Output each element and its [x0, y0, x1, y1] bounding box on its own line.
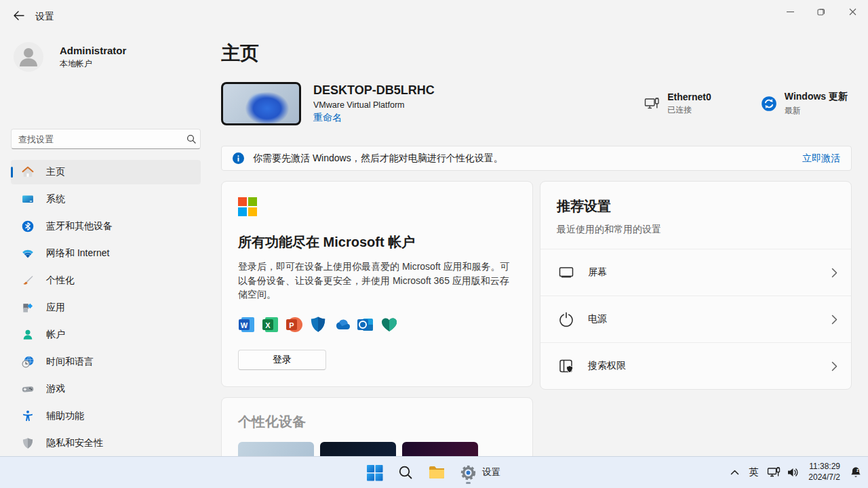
user-name: Administrator — [60, 45, 126, 56]
update-name: Windows 更新 — [785, 91, 848, 103]
page-title: 主页 — [221, 41, 852, 66]
device-thumbnail — [221, 82, 301, 125]
defender-icon — [309, 316, 327, 333]
ethernet-state: 已连接 — [667, 104, 711, 116]
sidebar-item-system[interactable]: 系统 — [11, 187, 201, 211]
taskbar-settings-button[interactable]: 设置 — [454, 459, 507, 486]
display-icon — [558, 264, 574, 281]
device-name: DESKTOP-DB5LRHC — [313, 83, 435, 98]
do-not-disturb-bell-icon: z — [849, 466, 863, 479]
sidebar-item-accounts[interactable]: 帐户 — [11, 323, 201, 347]
sidebar-item-label: 辅助功能 — [46, 410, 84, 422]
user-account-block[interactable]: Administrator 本地帐户 — [14, 42, 201, 72]
taskbar-settings-label: 设置 — [482, 466, 500, 479]
sidebar-item-label: 应用 — [46, 302, 65, 314]
banner-message: 你需要先激活 Windows，然后才能对电脑进行个性化设置。 — [253, 152, 503, 165]
device-wallpaper — [223, 84, 299, 123]
sidebar-item-bluetooth-devices[interactable]: 蓝牙和其他设备 — [11, 214, 201, 239]
sidebar: Administrator 本地帐户 主页 系统 蓝牙和其他设 — [0, 33, 212, 456]
sidebar-item-label: 个性化 — [46, 274, 75, 287]
recommended-row-label: 电源 — [588, 313, 607, 325]
device-model: VMware Virtual Platform — [313, 100, 435, 110]
app-title: 设置 — [35, 11, 54, 23]
time-language-icon — [20, 354, 35, 369]
personalization-icon — [20, 273, 35, 288]
taskbar: 设置 英 11:38:29 2024/7/2 z — [0, 456, 868, 488]
taskbar-clock[interactable]: 11:38:29 2024/7/2 — [808, 462, 840, 483]
user-account-type: 本地帐户 — [60, 58, 126, 70]
recommended-row-label: 屏幕 — [588, 266, 607, 279]
ethernet-status[interactable]: Ethernet0 已连接 — [643, 91, 711, 117]
tray-overflow-button[interactable] — [730, 468, 740, 478]
family-safety-icon — [380, 316, 398, 333]
person-icon — [14, 42, 43, 72]
windows-logo-icon — [366, 464, 383, 481]
apps-icon — [20, 300, 35, 315]
tray-network-icon[interactable] — [767, 466, 781, 479]
sidebar-item-label: 隐私和安全性 — [46, 437, 103, 449]
sidebar-item-home[interactable]: 主页 — [11, 160, 201, 184]
info-icon — [233, 152, 244, 164]
search-input[interactable] — [12, 134, 182, 144]
sidebar-item-accessibility[interactable]: 辅助功能 — [11, 404, 201, 428]
chevron-right-icon — [831, 314, 837, 325]
system-tray: 英 11:38:29 2024/7/2 z — [730, 457, 863, 488]
sidebar-item-personalization[interactable]: 个性化 — [11, 268, 201, 293]
sidebar-item-privacy-security[interactable]: 隐私和安全性 — [11, 431, 201, 455]
sidebar-item-label: 网络和 Internet — [46, 247, 109, 260]
network-icon — [20, 246, 35, 261]
search-icon[interactable] — [182, 134, 200, 144]
svg-text:W: W — [241, 321, 248, 329]
back-button[interactable] — [7, 5, 30, 26]
device-header: DESKTOP-DB5LRHC VMware Virtual Platform … — [221, 82, 852, 125]
sign-in-button[interactable]: 登录 — [238, 350, 326, 370]
active-app-indicator — [466, 482, 471, 484]
account-card-title: 所有功能尽在 Microsoft 帐户 — [238, 233, 516, 251]
recommended-row-display[interactable]: 屏幕 — [540, 249, 851, 296]
ethernet-icon — [643, 95, 660, 113]
ime-indicator[interactable]: 英 — [749, 466, 758, 479]
recommended-row-search-permissions[interactable]: 搜索权限 — [540, 342, 851, 389]
microsoft-logo-icon — [238, 197, 257, 216]
taskbar-time: 11:38:29 — [808, 462, 840, 472]
outlook-icon — [357, 316, 374, 333]
power-icon — [558, 311, 574, 327]
restore-button[interactable] — [806, 0, 837, 23]
file-explorer-button[interactable] — [423, 459, 450, 486]
update-state: 最新 — [785, 105, 848, 117]
main-content: 主页 DESKTOP-DB5LRHC VMware Virtual Platfo… — [221, 33, 852, 488]
home-icon — [20, 165, 35, 180]
close-button[interactable] — [837, 0, 868, 23]
tray-volume-icon[interactable] — [786, 466, 800, 479]
chevron-up-icon — [730, 468, 740, 478]
sidebar-item-label: 蓝牙和其他设备 — [46, 220, 113, 232]
minimize-button[interactable] — [774, 0, 806, 23]
start-button[interactable] — [361, 459, 388, 486]
sidebar-item-gaming[interactable]: 游戏 — [11, 377, 201, 401]
excel-icon: X — [262, 316, 279, 333]
sidebar-nav: 主页 系统 蓝牙和其他设备 网络和 Internet 个性化 — [11, 160, 201, 485]
taskbar-date: 2024/7/2 — [808, 472, 840, 483]
restore-icon — [817, 7, 825, 16]
windows-update-status[interactable]: Windows 更新 最新 — [760, 91, 848, 117]
notification-bell-button[interactable]: z — [849, 466, 863, 479]
microsoft-account-card: 所有功能尽在 Microsoft 帐户 登录后，即可在设备上使用你最喜爱的 Mi… — [221, 181, 533, 387]
sidebar-item-label: 系统 — [46, 193, 65, 205]
svg-text:X: X — [265, 321, 271, 329]
sidebar-item-label: 主页 — [46, 166, 65, 178]
sidebar-item-apps[interactable]: 应用 — [11, 296, 201, 320]
activate-now-link[interactable]: 立即激活 — [802, 152, 840, 165]
close-icon — [849, 8, 856, 16]
windows-update-icon — [760, 95, 778, 113]
activation-banner: 你需要先激活 Windows，然后才能对电脑进行个性化设置。 立即激活 — [221, 146, 852, 171]
taskbar-search-button[interactable] — [392, 459, 419, 486]
powerpoint-icon: P — [285, 316, 303, 333]
recommended-title: 推荐设置 — [557, 197, 835, 216]
selected-indicator — [11, 167, 13, 178]
sidebar-item-network-internet[interactable]: 网络和 Internet — [11, 241, 201, 266]
rename-link[interactable]: 重命名 — [313, 112, 342, 124]
search-permissions-icon — [558, 358, 574, 374]
sidebar-item-time-language[interactable]: 时间和语言 — [11, 350, 201, 374]
system-icon — [20, 192, 35, 207]
recommended-row-power[interactable]: 电源 — [540, 296, 851, 342]
